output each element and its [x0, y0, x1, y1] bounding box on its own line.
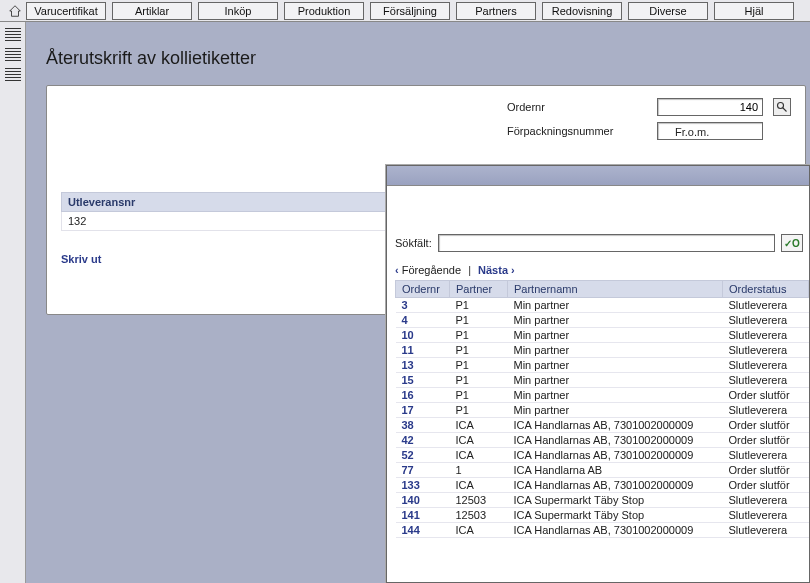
partner-cell: P1: [450, 328, 508, 343]
order-table: Ordernr Partner Partnernamn Orderstatus …: [395, 280, 809, 538]
nav-tab-försäljning[interactable]: Försäljning: [370, 2, 450, 20]
order-link[interactable]: 77: [396, 463, 450, 478]
partner-cell: ICA: [450, 478, 508, 493]
partner-cell: 12503: [450, 493, 508, 508]
order-link[interactable]: 140: [396, 493, 450, 508]
col-partner[interactable]: Partner: [450, 281, 508, 298]
orderstatus-cell: Slutleverera: [723, 343, 809, 358]
check-icon: ✓: [784, 238, 792, 249]
order-link[interactable]: 3: [396, 298, 450, 313]
partnernamn-cell: ICA Handlarnas AB, 7301002000009: [508, 433, 723, 448]
table-row: 10P1Min partnerSlutleverera: [396, 328, 809, 343]
partner-cell: 12503: [450, 508, 508, 523]
orderstatus-cell: Slutleverera: [723, 403, 809, 418]
order-link[interactable]: 141: [396, 508, 450, 523]
partnernamn-cell: ICA Handlarnas AB, 7301002000009: [508, 418, 723, 433]
order-link[interactable]: 4: [396, 313, 450, 328]
orderstatus-cell: Order slutför: [723, 463, 809, 478]
nav-tab-diverse[interactable]: Diverse: [628, 2, 708, 20]
partner-cell: P1: [450, 388, 508, 403]
partnernamn-cell: Min partner: [508, 328, 723, 343]
orderstatus-cell: Slutleverera: [723, 298, 809, 313]
order-link[interactable]: 16: [396, 388, 450, 403]
table-row: 52ICAICA Handlarnas AB, 7301002000009Slu…: [396, 448, 809, 463]
orderstatus-cell: Slutleverera: [723, 313, 809, 328]
chevron-left-icon: ‹: [395, 264, 399, 276]
order-input[interactable]: [657, 98, 763, 116]
pager-next[interactable]: Nästa: [478, 264, 508, 276]
pack-label: Förpackningsnummer: [507, 125, 647, 137]
order-link[interactable]: 133: [396, 478, 450, 493]
chevron-right-icon: ›: [511, 264, 515, 276]
partner-cell: P1: [450, 358, 508, 373]
order-link[interactable]: 42: [396, 433, 450, 448]
search-input[interactable]: [438, 234, 775, 252]
partner-cell: ICA: [450, 448, 508, 463]
table-row: 3P1Min partnerSlutleverera: [396, 298, 809, 313]
top-toolbar: VarucertifikatArtiklarInköpProduktionFör…: [0, 0, 810, 22]
order-link[interactable]: 13: [396, 358, 450, 373]
nav-tab-redovisning[interactable]: Redovisning: [542, 2, 622, 20]
col-orderstatus[interactable]: Orderstatus: [723, 281, 809, 298]
orderstatus-cell: Order slutför: [723, 478, 809, 493]
popup-titlebar[interactable]: [387, 166, 809, 186]
table-row: 15P1Min partnerSlutleverera: [396, 373, 809, 388]
nav-tab-varucertifikat[interactable]: Varucertifikat: [26, 2, 106, 20]
col-ordernr[interactable]: Ordernr: [396, 281, 450, 298]
utleverans-cell: 132: [62, 212, 429, 231]
table-row: 42ICAICA Handlarnas AB, 7301002000009Ord…: [396, 433, 809, 448]
orderstatus-cell: Slutleverera: [723, 358, 809, 373]
table-row: 144ICAICA Handlarnas AB, 7301002000009Sl…: [396, 523, 809, 538]
partnernamn-cell: ICA Handlarnas AB, 7301002000009: [508, 448, 723, 463]
left-toolbar: [0, 22, 26, 583]
table-row: 133ICAICA Handlarnas AB, 7301002000009Or…: [396, 478, 809, 493]
col-utleverans[interactable]: Utleveransnr: [62, 193, 429, 212]
nav-tab-artiklar[interactable]: Artiklar: [112, 2, 192, 20]
order-link[interactable]: 17: [396, 403, 450, 418]
partner-cell: P1: [450, 313, 508, 328]
nav-tab-produktion[interactable]: Produktion: [284, 2, 364, 20]
list-icon[interactable]: [5, 28, 21, 42]
table-row: 16P1Min partnerOrder slutför: [396, 388, 809, 403]
search-icon[interactable]: [773, 98, 791, 116]
list-icon-3[interactable]: [5, 68, 21, 82]
orderstatus-cell: Slutleverera: [723, 523, 809, 538]
partnernamn-cell: ICA Supermarkt Täby Stop: [508, 508, 723, 523]
col-partnernamn[interactable]: Partnernamn: [508, 281, 723, 298]
table-row: 17P1Min partnerSlutleverera: [396, 403, 809, 418]
partner-cell: P1: [450, 373, 508, 388]
orderstatus-cell: Order slutför: [723, 418, 809, 433]
partnernamn-cell: Min partner: [508, 298, 723, 313]
partnernamn-cell: ICA Handlarnas AB, 7301002000009: [508, 523, 723, 538]
partnernamn-cell: Min partner: [508, 343, 723, 358]
table-row: 38ICAICA Handlarnas AB, 7301002000009Ord…: [396, 418, 809, 433]
order-link[interactable]: 15: [396, 373, 450, 388]
order-link[interactable]: 38: [396, 418, 450, 433]
order-link[interactable]: 11: [396, 343, 450, 358]
partnernamn-cell: Min partner: [508, 313, 723, 328]
list-icon-2[interactable]: [5, 48, 21, 62]
table-row: 4P1Min partnerSlutleverera: [396, 313, 809, 328]
partner-cell: P1: [450, 403, 508, 418]
search-label: Sökfält:: [395, 237, 432, 249]
page-title: Återutskrift av kollietiketter: [46, 48, 796, 69]
order-link[interactable]: 10: [396, 328, 450, 343]
nav-tab-inköp[interactable]: Inköp: [198, 2, 278, 20]
order-link[interactable]: 52: [396, 448, 450, 463]
partner-cell: ICA: [450, 523, 508, 538]
pager-prev[interactable]: Föregående: [402, 264, 461, 276]
order-link[interactable]: 144: [396, 523, 450, 538]
partner-cell: P1: [450, 298, 508, 313]
search-ok-button[interactable]: ✓O: [781, 234, 803, 252]
nav-tab-partners[interactable]: Partners: [456, 2, 536, 20]
home-icon[interactable]: [8, 4, 22, 18]
print-link[interactable]: Skriv ut: [61, 253, 101, 265]
partnernamn-cell: Min partner: [508, 403, 723, 418]
partner-cell: P1: [450, 343, 508, 358]
nav-tab-hjäl[interactable]: Hjäl: [714, 2, 794, 20]
partnernamn-cell: Min partner: [508, 373, 723, 388]
partnernamn-cell: Min partner: [508, 358, 723, 373]
order-lookup-popup: Sökfält: ✓O ‹ Föregående | Nästa › Order…: [386, 165, 810, 583]
partnernamn-cell: ICA Handlarnas AB, 7301002000009: [508, 478, 723, 493]
svg-line-1: [783, 108, 787, 112]
